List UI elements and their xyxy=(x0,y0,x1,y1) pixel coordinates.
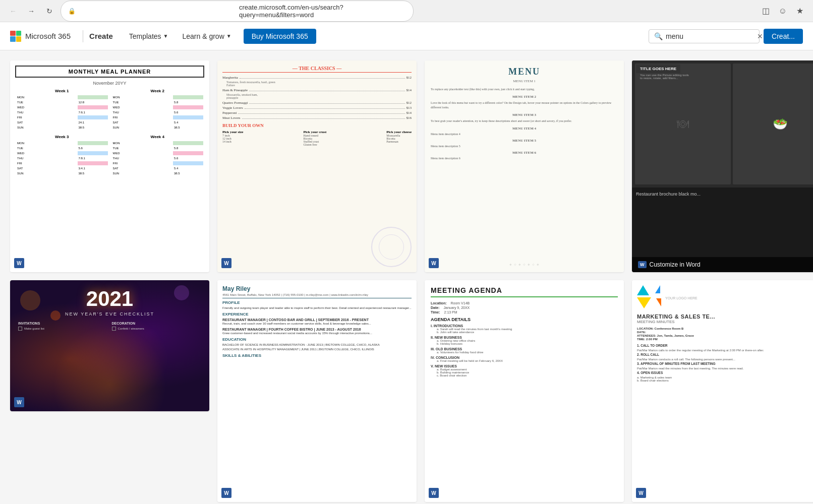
meal-planner-title: MONTHLY MEAL PLANNER xyxy=(15,66,204,78)
newyear-inv-text-1: Make guest list xyxy=(24,327,44,330)
rest-menu-item5: MENU ITEM 5 xyxy=(431,139,618,143)
search-icon: 🔍 xyxy=(654,32,663,40)
header-create-label: Create xyxy=(89,32,113,40)
pizza-desc-1: Tomatoes, fresh mozzarella, basil, green… xyxy=(226,81,412,87)
customize-label: Customize in Word xyxy=(650,261,701,268)
rest-menu-item6: MENU ITEM 6 xyxy=(431,151,618,155)
template-row-2: 2021 NEW YEAR'S EVE CHECKLIST INVITATION… xyxy=(10,280,803,502)
pizza-item-ham: Ham & Pineapple$14 xyxy=(222,88,412,92)
restaurant-brochure-card[interactable]: 🍽 🥗 TITLE GOES HERE You can use the Pict… xyxy=(632,60,813,272)
create-button[interactable]: Creat... xyxy=(764,29,803,44)
newyear-inv-header: INVITATIONS xyxy=(18,322,108,325)
mktg-open-issues: 4. OPEN ISSUES xyxy=(637,371,813,374)
rest-menu-subtitle: MENU ITEM 1 xyxy=(431,79,618,83)
brochure-img-1: 🍽 xyxy=(635,64,731,184)
templates-nav[interactable]: Templates ▼ xyxy=(123,29,175,43)
brochure-desc-overlay: You can use the Picture editing toolsto … xyxy=(636,74,693,80)
newyear-card[interactable]: 2021 NEW YEAR'S EVE CHECKLIST INVITATION… xyxy=(10,280,209,411)
meal-planner-card[interactable]: MONTHLY MEAL PLANNER November 20YY Week … xyxy=(10,60,209,272)
resume-card[interactable]: May Riley 4561 Main Street, Buffalo, New… xyxy=(217,280,417,502)
word-badge-8: W xyxy=(14,397,24,407)
newyear-columns: INVITATIONS Make guest list DECORATION C… xyxy=(18,322,201,332)
meeting-agenda-card[interactable]: MEETING AGENDA Location: Room V14B Date:… xyxy=(425,280,624,502)
word-badge-6: W xyxy=(429,488,439,498)
mktg-open-issues-desc: a. Marketing & sales teamb. Board chair … xyxy=(637,376,813,382)
header-divider xyxy=(83,30,83,42)
mktg-time-val: 2:00 PM xyxy=(646,338,658,341)
resume-job-2-desc: Grew customer-based and increased restau… xyxy=(222,331,412,335)
mktg-agenda-items: 1. CALL TO ORDER Pat/Mar Marion calls to… xyxy=(637,344,813,382)
agenda-time: Time: 2:13 PM xyxy=(431,310,618,314)
mktg-call-order-desc: Pat/Mar Marion calls to order the regula… xyxy=(637,349,813,352)
search-box: 🔍 ✕ xyxy=(649,29,760,43)
resume-name: May Riley xyxy=(222,285,412,292)
refresh-button[interactable]: ↻ xyxy=(42,4,56,18)
agenda-location-val: Room V14B xyxy=(451,301,470,305)
learn-grow-nav[interactable]: Learn & grow ▼ xyxy=(176,29,237,43)
pizza-build-options: Pick your size 7 inch12 inch14 inch Pick… xyxy=(222,130,412,146)
meal-planner-month: November 20YY xyxy=(15,81,204,86)
ms365-logo[interactable]: Microsoft 365 xyxy=(10,31,71,42)
agenda-item-1: I. INTRODUCTIONS a. Sarah will read the … xyxy=(431,324,618,334)
template-row-1: MONTHLY MEAL PLANNER November 20YY Week … xyxy=(10,60,803,272)
resume-experience-title: Experience xyxy=(222,312,412,317)
pizza-circle-inner xyxy=(379,234,404,260)
mktg-approval-desc: Pat/Mar Marion read the minutes from the… xyxy=(637,367,813,370)
word-badge-5: W xyxy=(221,488,231,498)
rest-menu-item4: MENU ITEM 4 xyxy=(431,127,618,131)
mktg-roll-call-desc: Pat/Mar Marion conducts a roll call. The… xyxy=(637,358,813,361)
newyear-dec-item-1: Confetti / streamers xyxy=(112,327,202,331)
marketing-card[interactable]: YOUR LOGO HERE MARKETING & SALES TE... M… xyxy=(632,280,813,502)
resume-education-title: Education xyxy=(222,337,412,342)
week1-label: Week 1 xyxy=(15,89,109,93)
search-input[interactable] xyxy=(666,32,754,40)
mktg-logo-text-area: YOUR LOGO HERE xyxy=(665,296,698,300)
week3: Week 3 MON TUE5.6 WED THU7:8.1 FRI SAT3:… xyxy=(15,135,109,176)
pizza-preview: — THE CLASSICS — Margherita$12 Tomatoes,… xyxy=(217,60,417,272)
mktg-call-order: 1. CALL TO ORDER xyxy=(637,344,813,347)
rest-menu-title: MENU xyxy=(431,67,618,77)
word-badge-2: W xyxy=(221,258,231,268)
search-clear-icon[interactable]: ✕ xyxy=(757,32,763,40)
buy-button[interactable]: Buy Microsoft 365 xyxy=(244,29,316,44)
sq-red xyxy=(10,31,16,36)
profile-button[interactable]: ☺ xyxy=(776,4,790,18)
restaurant-menu-preview: MENU MENU ITEM 1 To replace any placehol… xyxy=(425,60,624,272)
mktg-time-label: TIME: xyxy=(637,338,645,341)
restaurant-text-menu-card[interactable]: MENU MENU ITEM 1 To replace any placehol… xyxy=(425,60,624,272)
pizza-build: BUILD YOUR OWN xyxy=(222,123,412,128)
agenda-details-title: AGENDA DETAILS xyxy=(431,317,618,322)
forward-button[interactable]: → xyxy=(24,4,38,18)
pizza-item-meat: Meat Lovers$16 xyxy=(222,116,412,120)
resume-preview: May Riley 4561 Main Street, Buffalo, New… xyxy=(217,280,417,502)
rest-menu-desc-6: Menu item description 6 xyxy=(431,157,618,160)
sq-yellow xyxy=(16,36,22,42)
pizza-item-pepperoni: Pepperoni$14 xyxy=(222,111,412,115)
app-header: Microsoft 365 Create Templates ▼ Learn &… xyxy=(0,22,813,50)
sq-blue xyxy=(10,36,16,42)
pizza-classics: — THE CLASSICS — xyxy=(222,66,412,73)
weeks-row-2: Week 3 MON TUE5.6 WED THU7:8.1 FRI SAT3:… xyxy=(15,135,204,176)
address-bar[interactable]: 🔒 create.microsoft.com/en-us/search?quer… xyxy=(61,1,414,22)
browser-right-icons: ◫ ☺ ★ xyxy=(759,4,807,18)
agenda-location-label: Location: xyxy=(431,301,447,305)
mktg-title: MARKETING & SALES TE... xyxy=(637,313,813,320)
mktg-location: LOCATION: Conference Room B xyxy=(637,327,813,330)
mktg-attendees: ATTENDEES: Jon, Tamla, James, Grace xyxy=(637,334,813,337)
learn-grow-chevron: ▼ xyxy=(226,33,231,39)
brochure-title-overlay: TITLE GOES HERE xyxy=(636,65,680,73)
pizza-desc-ham: Mozzarella, smoked ham,pineapple xyxy=(226,93,412,99)
agenda-date: Date: January 9, 20XX xyxy=(431,306,618,309)
pizza-item-1: Margherita$12 xyxy=(222,76,412,80)
favorites-button[interactable]: ★ xyxy=(793,4,807,18)
mktg-attendees-label: ATTENDEES: xyxy=(637,334,656,337)
templates-chevron: ▼ xyxy=(163,33,168,39)
extensions-button[interactable]: ◫ xyxy=(759,4,773,18)
back-button[interactable]: ← xyxy=(6,4,20,18)
rest-menu-desc-4: Menu item description 4 xyxy=(431,133,618,136)
mktg-location-val: Conference Room B xyxy=(655,327,684,330)
learn-grow-label: Learn & grow xyxy=(182,32,224,40)
pizza-menu-card[interactable]: — THE CLASSICS — Margherita$12 Tomatoes,… xyxy=(217,60,417,272)
templates-label: Templates xyxy=(129,32,161,40)
ms365-squares xyxy=(10,31,21,42)
